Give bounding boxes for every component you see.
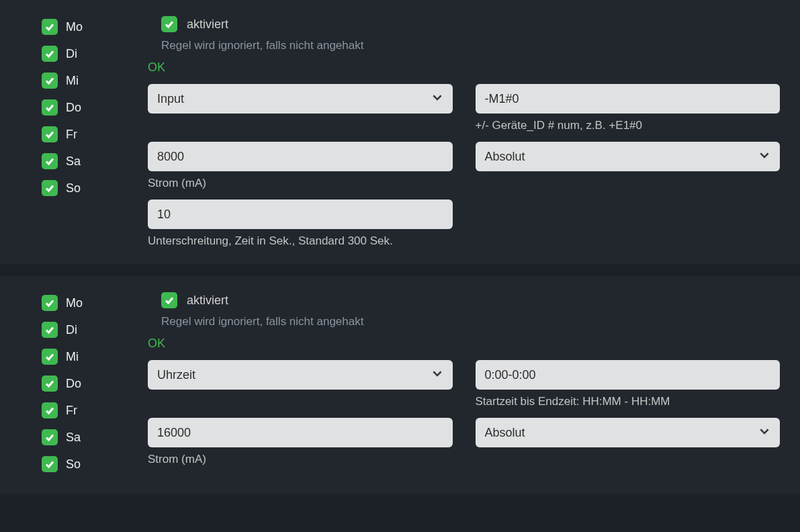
type-select-col xyxy=(476,142,781,190)
day-mo-checkbox[interactable] xyxy=(42,295,58,311)
day-do-label: Do xyxy=(66,377,81,391)
day-fr-checkbox[interactable] xyxy=(42,126,58,142)
day-sa-checkbox[interactable] xyxy=(42,153,58,169)
aktiviert-hint: Regel wird ignoriert, falls nicht angeha… xyxy=(148,315,780,328)
aktiviert-checkbox[interactable] xyxy=(161,16,177,32)
day-mi-label: Mi xyxy=(66,350,79,364)
day-fr: Fr xyxy=(42,121,148,148)
strom-row: Strom (mA) xyxy=(148,142,780,190)
extra-row: Unterschreitung, Zeit in Sek., Standard … xyxy=(148,200,780,248)
day-so-checkbox[interactable] xyxy=(42,456,58,472)
day-di: Di xyxy=(42,40,148,67)
strom-col: Strom (mA) xyxy=(148,142,453,190)
mode-select-col xyxy=(148,84,453,132)
day-so: So xyxy=(42,175,148,202)
panel-gap xyxy=(0,264,800,276)
day-fr-label: Fr xyxy=(66,128,77,142)
day-mo: Mo xyxy=(42,290,148,316)
day-do-checkbox[interactable] xyxy=(42,375,58,392)
type-select-wrap xyxy=(476,142,781,171)
mode-select[interactable] xyxy=(148,84,453,114)
aktiviert-row: aktiviert xyxy=(148,13,780,35)
day-so-label: So xyxy=(66,457,81,472)
day-do: Do xyxy=(42,370,148,397)
type-select[interactable] xyxy=(476,418,781,447)
extra-input[interactable] xyxy=(148,200,453,229)
day-mi-checkbox[interactable] xyxy=(42,349,58,365)
mode-select-wrap xyxy=(148,360,453,390)
mode-select[interactable] xyxy=(148,360,453,390)
day-mi: Mi xyxy=(42,343,148,370)
day-mo: Mo xyxy=(42,13,148,40)
day-fr-checkbox[interactable] xyxy=(42,402,58,418)
type-select-wrap xyxy=(476,418,781,447)
day-sa-label: Sa xyxy=(66,154,81,169)
aktiviert-label: aktiviert xyxy=(187,294,228,308)
aktiviert-label: aktiviert xyxy=(187,17,228,32)
form-column: aktiviert Regel wird ignoriert, falls ni… xyxy=(148,290,793,466)
days-column: Mo Di Mi Do Fr Sa xyxy=(7,13,148,202)
day-fr: Fr xyxy=(42,397,148,424)
param-input[interactable] xyxy=(476,360,781,390)
days-column: Mo Di Mi Do Fr Sa xyxy=(7,290,148,478)
strom-label: Strom (mA) xyxy=(148,453,453,466)
form-column: aktiviert Regel wird ignoriert, falls ni… xyxy=(148,13,793,248)
strom-label: Strom (mA) xyxy=(148,177,453,190)
rule-panel: Mo Di Mi Do Fr Sa xyxy=(0,0,800,264)
mode-row: +/- Geräte_ID # num, z.B. +E1#0 xyxy=(148,84,780,132)
aktiviert-hint: Regel wird ignoriert, falls nicht angeha… xyxy=(148,39,780,52)
day-fr-label: Fr xyxy=(66,404,77,418)
day-do-label: Do xyxy=(66,101,81,115)
day-so-checkbox[interactable] xyxy=(42,180,58,196)
mode-select-col xyxy=(148,360,453,408)
day-so-label: So xyxy=(66,181,81,195)
strom-col: Strom (mA) xyxy=(148,418,453,466)
day-mo-checkbox[interactable] xyxy=(42,19,58,35)
param-help: Startzeit bis Endzeit: HH:MM - HH:MM xyxy=(476,395,781,408)
day-do: Do xyxy=(42,94,148,121)
day-di-label: Di xyxy=(66,47,77,61)
extra-col: Unterschreitung, Zeit in Sek., Standard … xyxy=(148,200,453,248)
day-di-checkbox[interactable] xyxy=(42,46,58,62)
param-input[interactable] xyxy=(476,84,781,114)
day-mi-label: Mi xyxy=(66,74,79,88)
mode-select-wrap xyxy=(148,84,453,114)
strom-input[interactable] xyxy=(148,418,453,447)
strom-input[interactable] xyxy=(148,142,453,171)
day-do-checkbox[interactable] xyxy=(42,99,58,116)
status-text: OK xyxy=(148,337,780,351)
day-sa-checkbox[interactable] xyxy=(42,429,58,445)
day-mi: Mi xyxy=(42,67,148,94)
type-select[interactable] xyxy=(476,142,781,171)
day-sa: Sa xyxy=(42,424,148,451)
param-help: +/- Geräte_ID # num, z.B. +E1#0 xyxy=(476,119,781,132)
day-so: So xyxy=(42,451,148,478)
rule-panel: Mo Di Mi Do Fr Sa xyxy=(0,276,800,494)
day-mi-checkbox[interactable] xyxy=(42,73,58,89)
day-sa: Sa xyxy=(42,148,148,175)
day-sa-label: Sa xyxy=(66,431,81,445)
param-col: Startzeit bis Endzeit: HH:MM - HH:MM xyxy=(476,360,781,408)
mode-row: Startzeit bis Endzeit: HH:MM - HH:MM xyxy=(148,360,780,408)
extra-label: Unterschreitung, Zeit in Sek., Standard … xyxy=(148,234,453,248)
status-text: OK xyxy=(148,60,780,75)
rule-row: Mo Di Mi Do Fr Sa xyxy=(7,13,793,248)
strom-row: Strom (mA) xyxy=(148,418,780,466)
day-di-checkbox[interactable] xyxy=(42,322,58,338)
aktiviert-row: aktiviert xyxy=(148,290,780,311)
day-mo-label: Mo xyxy=(66,20,83,34)
rule-row: Mo Di Mi Do Fr Sa xyxy=(7,290,793,478)
type-select-col xyxy=(476,418,781,466)
day-di-label: Di xyxy=(66,323,77,337)
day-mo-label: Mo xyxy=(66,296,83,310)
day-di: Di xyxy=(42,316,148,343)
param-col: +/- Geräte_ID # num, z.B. +E1#0 xyxy=(476,84,781,132)
aktiviert-checkbox[interactable] xyxy=(161,292,177,308)
